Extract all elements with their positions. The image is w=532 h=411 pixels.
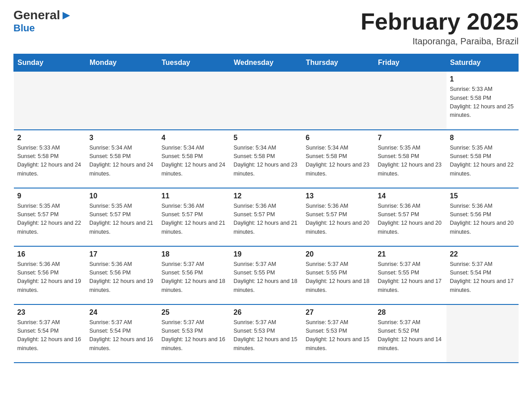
day-number: 23 [17, 308, 82, 317]
calendar-cell [86, 72, 158, 130]
calendar-cell [302, 72, 374, 130]
calendar-cell: 15Sunrise: 5:36 AM Sunset: 5:56 PM Dayli… [446, 188, 519, 246]
day-info: Sunrise: 5:36 AM Sunset: 5:57 PM Dayligh… [162, 202, 227, 237]
calendar-cell: 12Sunrise: 5:36 AM Sunset: 5:57 PM Dayli… [230, 188, 302, 246]
calendar-cell: 5Sunrise: 5:34 AM Sunset: 5:58 PM Daylig… [230, 130, 302, 188]
day-number: 13 [306, 192, 371, 200]
logo-blue-text: Blue [13, 22, 35, 34]
day-number: 17 [90, 250, 154, 258]
location: Itaporanga, Paraiba, Brazil [360, 36, 519, 47]
calendar-cell: 13Sunrise: 5:36 AM Sunset: 5:57 PM Dayli… [302, 188, 374, 246]
calendar-cell: 16Sunrise: 5:36 AM Sunset: 5:56 PM Dayli… [14, 246, 86, 304]
calendar-cell: 17Sunrise: 5:36 AM Sunset: 5:56 PM Dayli… [86, 246, 158, 304]
day-number: 3 [90, 134, 154, 142]
day-info: Sunrise: 5:37 AM Sunset: 5:53 PM Dayligh… [162, 318, 227, 353]
calendar-week-row: 16Sunrise: 5:36 AM Sunset: 5:56 PM Dayli… [14, 246, 519, 304]
calendar-cell [374, 72, 446, 130]
day-number: 7 [378, 134, 443, 142]
day-number: 14 [378, 192, 443, 200]
calendar-cell: 20Sunrise: 5:37 AM Sunset: 5:55 PM Dayli… [302, 246, 374, 304]
day-number: 16 [17, 250, 82, 258]
calendar-cell: 28Sunrise: 5:37 AM Sunset: 5:52 PM Dayli… [374, 304, 446, 363]
day-number: 25 [162, 308, 227, 317]
calendar-week-row: 2Sunrise: 5:33 AM Sunset: 5:58 PM Daylig… [14, 130, 519, 188]
day-info: Sunrise: 5:34 AM Sunset: 5:58 PM Dayligh… [162, 144, 227, 179]
day-number: 9 [17, 192, 82, 200]
day-info: Sunrise: 5:33 AM Sunset: 5:58 PM Dayligh… [450, 85, 515, 120]
calendar-cell: 6Sunrise: 5:34 AM Sunset: 5:58 PM Daylig… [302, 130, 374, 188]
calendar-cell: 8Sunrise: 5:35 AM Sunset: 5:58 PM Daylig… [446, 130, 519, 188]
day-number: 10 [90, 192, 154, 200]
calendar-cell: 22Sunrise: 5:37 AM Sunset: 5:54 PM Dayli… [446, 246, 519, 304]
calendar-cell [158, 72, 230, 130]
calendar-cell: 1Sunrise: 5:33 AM Sunset: 5:58 PM Daylig… [446, 72, 519, 130]
day-info: Sunrise: 5:35 AM Sunset: 5:58 PM Dayligh… [378, 144, 443, 179]
day-info: Sunrise: 5:36 AM Sunset: 5:56 PM Dayligh… [450, 202, 515, 237]
weekday-header-friday: Friday [374, 54, 446, 72]
day-info: Sunrise: 5:35 AM Sunset: 5:57 PM Dayligh… [17, 202, 82, 237]
day-number: 2 [17, 134, 82, 142]
calendar-cell: 27Sunrise: 5:37 AM Sunset: 5:53 PM Dayli… [302, 304, 374, 363]
calendar-cell: 19Sunrise: 5:37 AM Sunset: 5:55 PM Dayli… [230, 246, 302, 304]
day-info: Sunrise: 5:35 AM Sunset: 5:57 PM Dayligh… [90, 202, 154, 237]
calendar-cell: 11Sunrise: 5:36 AM Sunset: 5:57 PM Dayli… [158, 188, 230, 246]
day-number: 12 [234, 192, 299, 200]
day-number: 19 [234, 250, 299, 258]
day-number: 20 [306, 250, 371, 258]
day-info: Sunrise: 5:37 AM Sunset: 5:55 PM Dayligh… [234, 260, 299, 295]
weekday-header-row: SundayMondayTuesdayWednesdayThursdayFrid… [14, 54, 519, 72]
day-info: Sunrise: 5:35 AM Sunset: 5:58 PM Dayligh… [450, 144, 515, 179]
weekday-header-monday: Monday [86, 54, 158, 72]
calendar-cell: 23Sunrise: 5:37 AM Sunset: 5:54 PM Dayli… [14, 304, 86, 363]
day-number: 18 [162, 250, 227, 258]
day-number: 26 [234, 308, 299, 317]
weekday-header-sunday: Sunday [14, 54, 86, 72]
calendar-cell: 7Sunrise: 5:35 AM Sunset: 5:58 PM Daylig… [374, 130, 446, 188]
weekday-header-saturday: Saturday [446, 54, 519, 72]
day-info: Sunrise: 5:37 AM Sunset: 5:56 PM Dayligh… [162, 260, 227, 295]
day-info: Sunrise: 5:37 AM Sunset: 5:55 PM Dayligh… [306, 260, 371, 295]
day-info: Sunrise: 5:36 AM Sunset: 5:56 PM Dayligh… [90, 260, 154, 295]
day-number: 28 [378, 308, 443, 317]
calendar-week-row: 23Sunrise: 5:37 AM Sunset: 5:54 PM Dayli… [14, 304, 519, 363]
day-info: Sunrise: 5:37 AM Sunset: 5:52 PM Dayligh… [378, 318, 443, 353]
calendar-table: SundayMondayTuesdayWednesdayThursdayFrid… [13, 54, 519, 363]
day-info: Sunrise: 5:36 AM Sunset: 5:57 PM Dayligh… [234, 202, 299, 237]
day-number: 8 [450, 134, 515, 142]
weekday-header-wednesday: Wednesday [230, 54, 302, 72]
day-info: Sunrise: 5:36 AM Sunset: 5:57 PM Dayligh… [306, 202, 371, 237]
calendar-cell: 18Sunrise: 5:37 AM Sunset: 5:56 PM Dayli… [158, 246, 230, 304]
calendar-cell: 24Sunrise: 5:37 AM Sunset: 5:54 PM Dayli… [86, 304, 158, 363]
day-info: Sunrise: 5:34 AM Sunset: 5:58 PM Dayligh… [90, 144, 154, 179]
month-title: February 2025 [360, 9, 519, 34]
day-info: Sunrise: 5:36 AM Sunset: 5:56 PM Dayligh… [17, 260, 82, 295]
calendar-cell [14, 72, 86, 130]
calendar-cell: 21Sunrise: 5:37 AM Sunset: 5:55 PM Dayli… [374, 246, 446, 304]
calendar-cell: 10Sunrise: 5:35 AM Sunset: 5:57 PM Dayli… [86, 188, 158, 246]
weekday-header-tuesday: Tuesday [158, 54, 230, 72]
page-header: General► Blue February 2025 Itaporanga, … [13, 9, 519, 47]
day-info: Sunrise: 5:37 AM Sunset: 5:54 PM Dayligh… [17, 318, 82, 353]
calendar-cell: 3Sunrise: 5:34 AM Sunset: 5:58 PM Daylig… [86, 130, 158, 188]
day-number: 24 [90, 308, 154, 317]
calendar-cell: 2Sunrise: 5:33 AM Sunset: 5:58 PM Daylig… [14, 130, 86, 188]
calendar-cell [446, 304, 519, 363]
day-number: 21 [378, 250, 443, 258]
day-info: Sunrise: 5:37 AM Sunset: 5:55 PM Dayligh… [378, 260, 443, 295]
day-number: 27 [306, 308, 371, 317]
day-info: Sunrise: 5:34 AM Sunset: 5:58 PM Dayligh… [234, 144, 299, 179]
day-number: 1 [450, 75, 515, 83]
calendar-cell [230, 72, 302, 130]
title-area: February 2025 Itaporanga, Paraiba, Brazi… [360, 9, 519, 47]
logo: General► Blue [13, 9, 73, 34]
weekday-header-thursday: Thursday [302, 54, 374, 72]
calendar-cell: 9Sunrise: 5:35 AM Sunset: 5:57 PM Daylig… [14, 188, 86, 246]
day-info: Sunrise: 5:36 AM Sunset: 5:57 PM Dayligh… [378, 202, 443, 237]
logo-text: General► [13, 9, 73, 21]
day-number: 6 [306, 134, 371, 142]
calendar-cell: 26Sunrise: 5:37 AM Sunset: 5:53 PM Dayli… [230, 304, 302, 363]
day-info: Sunrise: 5:33 AM Sunset: 5:58 PM Dayligh… [17, 144, 82, 179]
calendar-cell: 14Sunrise: 5:36 AM Sunset: 5:57 PM Dayli… [374, 188, 446, 246]
day-number: 22 [450, 250, 515, 258]
calendar-cell: 25Sunrise: 5:37 AM Sunset: 5:53 PM Dayli… [158, 304, 230, 363]
